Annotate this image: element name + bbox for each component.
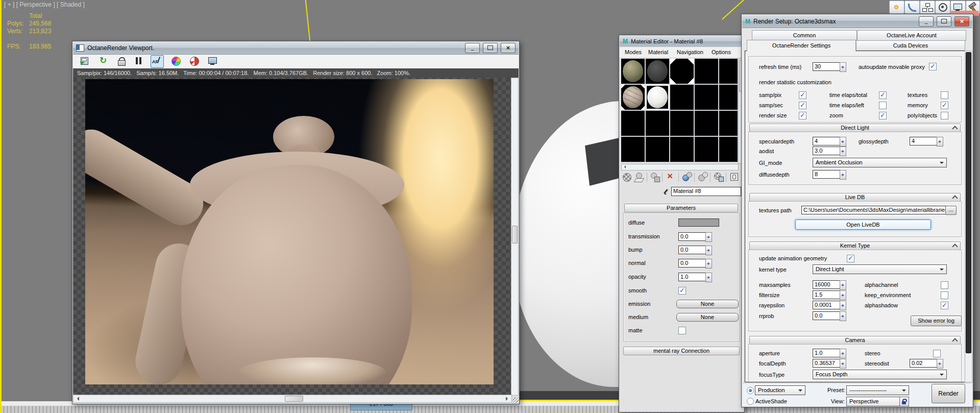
memory-checkbox[interactable] <box>941 102 948 109</box>
speculardepth-spinner[interactable] <box>840 137 846 147</box>
sample-slot[interactable] <box>670 85 694 110</box>
sample-slot[interactable] <box>646 137 669 162</box>
material-name-field[interactable]: Material #8 <box>671 187 741 196</box>
menu-modes[interactable]: Modes <box>625 49 642 55</box>
make-preview-button[interactable] <box>713 171 725 183</box>
curve-tool-button[interactable] <box>904 1 920 14</box>
opacity-field[interactable]: 1.0 <box>678 273 706 281</box>
focaldepth-spinner[interactable] <box>840 359 846 369</box>
lock-button[interactable] <box>115 56 128 67</box>
rayepsilon-field[interactable]: 0.0001 <box>813 301 841 309</box>
collapse-icon[interactable] <box>952 338 958 344</box>
autoupdate-checkbox[interactable] <box>929 63 937 70</box>
viewport-label[interactable]: [ + ] [ Perspective ] [ Shaded ] <box>4 1 85 8</box>
diffuse-color-swatch[interactable] <box>678 218 719 227</box>
slots-hscrollbar[interactable] <box>621 164 739 171</box>
filtersize-field[interactable]: 1.5 <box>813 290 841 299</box>
maximize-button[interactable] <box>483 43 498 53</box>
direct-light-rollout[interactable]: Direct Light <box>749 124 961 132</box>
tab-octanelive-account[interactable]: OctaneLive Account <box>857 30 966 41</box>
update-anim-checkbox[interactable] <box>847 255 854 262</box>
viewport-vscrollbar[interactable] <box>511 78 519 396</box>
activeshade-radio[interactable] <box>747 398 754 405</box>
stereodist-field[interactable]: 0.02 <box>910 359 938 368</box>
live-db-rollout[interactable]: Live DB <box>749 193 961 202</box>
view-lock-button[interactable] <box>899 397 909 406</box>
collapse-icon[interactable] <box>952 195 958 201</box>
minimize-button[interactable] <box>919 16 934 27</box>
sample-slot[interactable] <box>719 111 738 136</box>
hscroll-thumb[interactable] <box>285 396 303 402</box>
render-setup-titlebar[interactable]: M Render Setup: Octane3dsmax <box>742 15 972 28</box>
time-total-checkbox[interactable] <box>879 91 887 99</box>
zoom-checkbox[interactable] <box>879 112 887 119</box>
gi-mode-dropdown[interactable]: Ambient Occlusion <box>813 158 947 167</box>
assign-material-button[interactable] <box>649 171 662 183</box>
sample-slot[interactable] <box>695 137 718 162</box>
tab-octanerender-settings[interactable]: OctaneRender Settings <box>747 40 856 51</box>
scroll-left-arrow[interactable] <box>75 397 79 401</box>
sample-slot[interactable] <box>695 111 718 136</box>
transmission-field[interactable]: 0.0 <box>678 232 706 241</box>
material-editor-titlebar[interactable]: M Material Editor - Material #8 <box>620 36 744 47</box>
open-livedb-button[interactable]: Open LiveDB <box>795 220 931 230</box>
sample-slot[interactable] <box>719 59 738 84</box>
render-canvas-area[interactable] <box>73 78 511 395</box>
close-button[interactable] <box>501 43 516 53</box>
rrprob-field[interactable]: 0.0 <box>813 311 841 320</box>
production-radio[interactable] <box>747 387 754 394</box>
kernel-type-dropdown[interactable]: Direct Light <box>813 264 947 274</box>
sample-slot-marble[interactable] <box>621 85 645 110</box>
sample-slot[interactable] <box>621 111 645 136</box>
sample-slot[interactable] <box>621 137 645 162</box>
render-button[interactable]: Render <box>932 384 965 403</box>
sample-slot[interactable] <box>719 137 738 162</box>
textures-checkbox[interactable] <box>941 91 948 99</box>
render-priority-button[interactable] <box>188 56 201 67</box>
sample-slot[interactable] <box>646 111 669 136</box>
close-button[interactable] <box>954 16 969 27</box>
emission-button[interactable]: None <box>676 300 739 308</box>
tab-cuda-devices[interactable]: Cuda Devices <box>856 40 965 51</box>
normal-field[interactable]: 0.0 <box>678 259 706 268</box>
poly-objects-checkbox[interactable] <box>941 112 948 119</box>
opacity-spinner[interactable] <box>705 273 712 282</box>
render-setup-window[interactable]: M Render Setup: Octane3dsmax Common Octa… <box>741 14 973 407</box>
eyedropper-icon[interactable] <box>662 188 669 196</box>
vscroll-thumb[interactable] <box>512 226 518 244</box>
octane-viewport-window[interactable]: OctaneRender Viewport. ↻ <box>72 41 520 404</box>
autofocus-button[interactable]: AF <box>151 55 164 68</box>
focaldepth-field[interactable]: 0.36537 <box>813 359 841 368</box>
samp-sec-checkbox[interactable] <box>799 102 806 109</box>
transmission-spinner[interactable] <box>705 232 712 242</box>
collapse-icon[interactable] <box>952 126 958 131</box>
put-to-scene-button[interactable] <box>634 171 646 183</box>
sample-slot[interactable] <box>695 59 718 84</box>
octane-viewport-titlebar[interactable]: OctaneRender Viewport. <box>73 42 519 55</box>
sample-slot[interactable] <box>670 137 694 162</box>
mental-ray-rollout[interactable]: mental ray Connection <box>623 347 740 355</box>
diffusedepth-field[interactable]: 8 <box>813 170 841 179</box>
bump-field[interactable]: 0.0 <box>678 246 706 254</box>
sample-slot-rock[interactable] <box>621 59 645 84</box>
diffusedepth-spinner[interactable] <box>840 170 846 180</box>
restart-render-button[interactable]: ↻ <box>97 55 109 67</box>
production-dropdown[interactable]: Production <box>755 385 805 395</box>
light-tool-button[interactable] <box>889 1 904 14</box>
bump-spinner[interactable] <box>705 246 712 255</box>
save-image-button[interactable] <box>79 56 91 67</box>
aodist-field[interactable]: 3.0 <box>813 147 841 155</box>
sample-slot[interactable] <box>670 111 694 136</box>
refresh-time-spinner[interactable] <box>840 62 846 72</box>
display-settings-button[interactable] <box>207 56 219 67</box>
material-editor-window[interactable]: M Material Editor - Material #8 Modes Ma… <box>619 35 745 412</box>
rayepsilon-spinner[interactable] <box>840 301 846 310</box>
minimize-button[interactable] <box>465 43 480 53</box>
settings-scroll-thumb[interactable] <box>966 52 971 353</box>
render-size-checkbox[interactable] <box>799 112 806 119</box>
settings-scrollbar[interactable] <box>965 51 972 382</box>
get-material-button[interactable] <box>621 171 633 183</box>
stereodist-spinner[interactable] <box>937 359 943 369</box>
tab-common[interactable]: Common <box>752 30 857 41</box>
color-wheel-button[interactable] <box>170 56 182 67</box>
